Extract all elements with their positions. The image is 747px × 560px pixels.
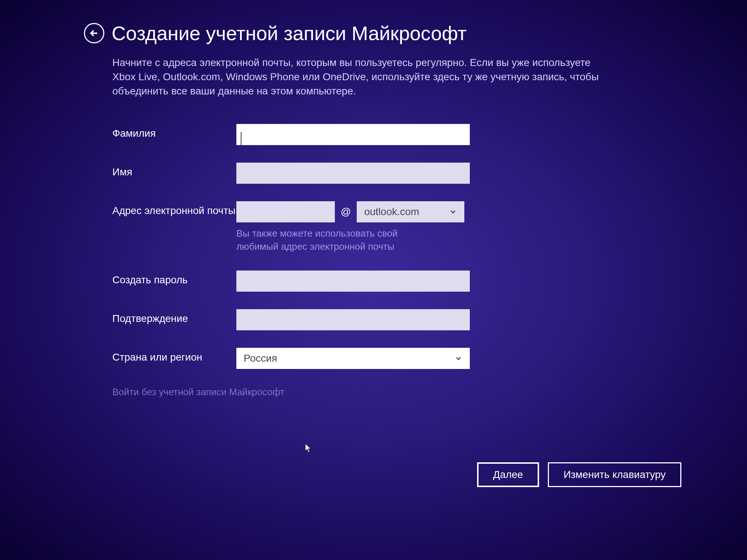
email-label: Адрес электронной почты bbox=[112, 201, 236, 217]
text-caret bbox=[241, 132, 241, 145]
page-description: Начните с адреса электронной почты, кото… bbox=[0, 55, 747, 98]
arrow-left-icon bbox=[89, 28, 100, 39]
email-helper-text: Вы также можете использовать свой любимы… bbox=[236, 227, 441, 253]
email-domain-value: outlook.com bbox=[364, 206, 419, 218]
country-label: Страна или регион bbox=[112, 348, 236, 364]
confirm-password-input[interactable] bbox=[236, 309, 470, 330]
at-sign: @ bbox=[341, 206, 351, 218]
confirm-label: Подтверждение bbox=[112, 309, 236, 325]
lastname-input[interactable] bbox=[236, 124, 470, 145]
firstname-label: Имя bbox=[112, 163, 236, 179]
chevron-down-icon bbox=[449, 208, 457, 216]
signin-without-account-link[interactable]: Войти без учетной записи Майкрософт bbox=[0, 386, 747, 398]
password-label: Создать пароль bbox=[112, 271, 236, 287]
next-button[interactable]: Далее bbox=[477, 462, 539, 487]
change-keyboard-button[interactable]: Изменить клавиатуру bbox=[548, 462, 681, 487]
country-value: Россия bbox=[244, 353, 277, 364]
lastname-label: Фамилия bbox=[112, 124, 236, 140]
country-select[interactable]: Россия bbox=[236, 348, 470, 369]
chevron-down-icon bbox=[454, 354, 462, 362]
firstname-input[interactable] bbox=[236, 163, 470, 184]
page-title: Создание учетной записи Майкрософт bbox=[112, 22, 467, 44]
back-button[interactable] bbox=[84, 23, 104, 43]
email-local-input[interactable] bbox=[236, 201, 335, 222]
password-input[interactable] bbox=[236, 271, 470, 292]
mouse-cursor-icon bbox=[305, 443, 312, 453]
signup-form: Фамилия Имя Адрес электронной почты @ ou… bbox=[0, 124, 747, 369]
email-domain-select[interactable]: outlook.com bbox=[357, 201, 464, 222]
